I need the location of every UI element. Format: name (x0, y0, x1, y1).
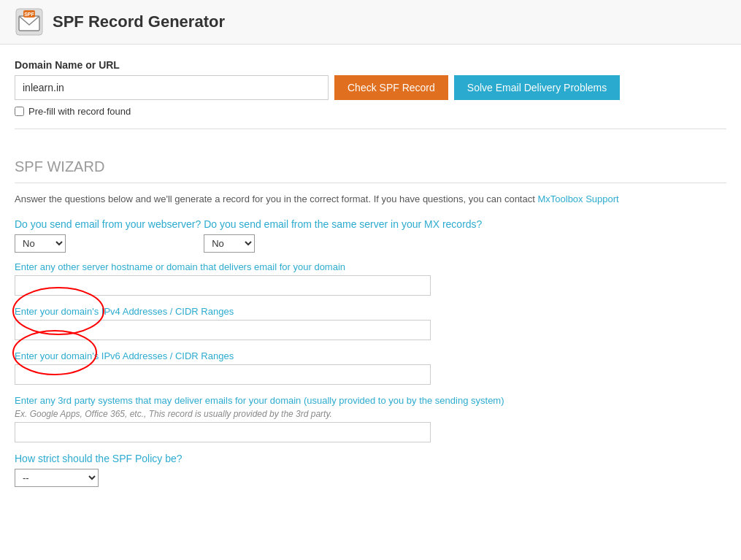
question-5-input[interactable] (15, 364, 431, 385)
wizard-divider (15, 183, 726, 183)
question-1-label: Do you send email from your webserver? (15, 218, 201, 230)
question-5-label: Enter your domain's IPv6 Addresses / CID… (15, 350, 726, 361)
main-content: Domain Name or URL Check SPF Record Solv… (0, 45, 741, 510)
prefill-row: Pre-fill with record found (15, 106, 726, 117)
section-divider (15, 129, 726, 129)
question-7-select[interactable]: -- Soft Fail (~all) Fail (-all) Pass (+a… (15, 469, 99, 487)
wizard-title: SPF WIZARD (15, 158, 726, 175)
question-7-container: How strict should the SPF Policy be? -- … (15, 453, 183, 496)
domain-row: Check SPF Record Solve Email Delivery Pr… (15, 75, 726, 100)
check-spf-button[interactable]: Check SPF Record (334, 75, 448, 100)
page-header: SPF SPF Record Generator (0, 0, 741, 45)
email-icon: SPF (15, 7, 44, 37)
domain-label: Domain Name or URL (15, 59, 726, 71)
prefill-checkbox[interactable] (15, 107, 24, 116)
wizard-intro: Answer the questions below and we'll gen… (15, 192, 726, 207)
question-2-select[interactable]: No Yes (204, 234, 255, 253)
domain-section: Domain Name or URL Check SPF Record Solv… (15, 59, 726, 117)
question-6-input[interactable] (15, 422, 431, 442)
question-3-input[interactable] (15, 275, 431, 296)
spf-wizard-section: SPF WIZARD Answer the questions below an… (15, 158, 726, 496)
question-3-label: Enter any other server hostname or domai… (15, 261, 726, 272)
prefill-label: Pre-fill with record found (28, 106, 131, 117)
question-7-label: How strict should the SPF Policy be? (15, 453, 183, 464)
question-1-select[interactable]: No Yes (15, 234, 66, 253)
mxtoolbox-link[interactable]: MxToolbox Support (537, 193, 618, 204)
solve-email-button[interactable]: Solve Email Delivery Problems (454, 75, 620, 100)
svg-text:SPF: SPF (24, 12, 34, 17)
question-6-label: Enter any 3rd party systems that may del… (15, 395, 726, 406)
question-2-label: Do you send email from the same server i… (204, 218, 482, 230)
question-4-label: Enter your domain's IPv4 Addresses / CID… (15, 306, 726, 317)
question-2-container: Do you send email from the same server i… (204, 218, 482, 261)
question-1-container: Do you send email from your webserver? N… (15, 218, 201, 261)
question-4-input[interactable] (15, 320, 431, 340)
question-6-hint: Ex. Google Apps, Office 365, etc., This … (15, 409, 726, 419)
page-title: SPF Record Generator (53, 12, 225, 31)
domain-input[interactable] (15, 75, 329, 100)
